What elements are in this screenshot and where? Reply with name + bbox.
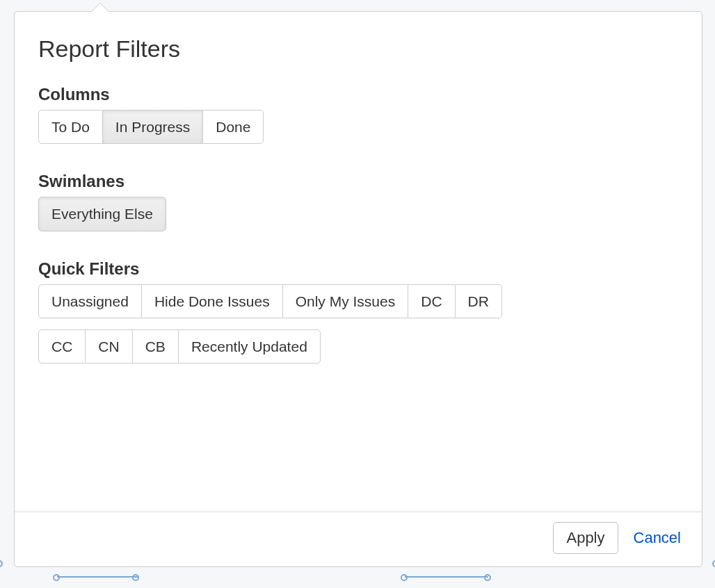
columns-option-todo[interactable]: To Do [38,110,103,144]
qf-cc[interactable]: CC [38,329,86,364]
qf-dc[interactable]: DC [408,284,455,318]
swimlanes-group: Everything Else [38,197,166,231]
qf-unassigned[interactable]: Unassigned [38,284,142,318]
swimlanes-option-everything-else[interactable]: Everything Else [38,197,166,231]
cancel-link[interactable]: Cancel [634,529,681,547]
dialog-title: Report Filters [38,35,678,63]
dialog-footer: Apply Cancel [15,512,702,566]
quick-filters-group-1: Unassigned Hide Done Issues Only My Issu… [38,284,502,318]
popover-arrow [91,3,109,13]
columns-heading: Columns [38,85,678,104]
report-filters-dialog: Report Filters Columns To Do In Progress… [14,11,702,567]
apply-button[interactable]: Apply [553,522,618,554]
quick-filters-group-2: CC CN CB Recently Updated [38,329,321,364]
qf-cb[interactable]: CB [132,329,179,364]
dialog-body: Report Filters Columns To Do In Progress… [15,12,702,512]
qf-hide-done-issues[interactable]: Hide Done Issues [141,284,283,318]
swimlanes-heading: Swimlanes [38,172,678,191]
qf-only-my-issues[interactable]: Only My Issues [282,284,409,318]
columns-option-done[interactable]: Done [202,110,264,144]
quick-filters-heading: Quick Filters [38,259,678,279]
columns-group: To Do In Progress Done [38,110,264,144]
qf-dr[interactable]: DR [455,284,502,318]
qf-cn[interactable]: CN [85,329,132,364]
qf-recently-updated[interactable]: Recently Updated [178,329,321,364]
columns-option-in-progress[interactable]: In Progress [102,110,203,144]
